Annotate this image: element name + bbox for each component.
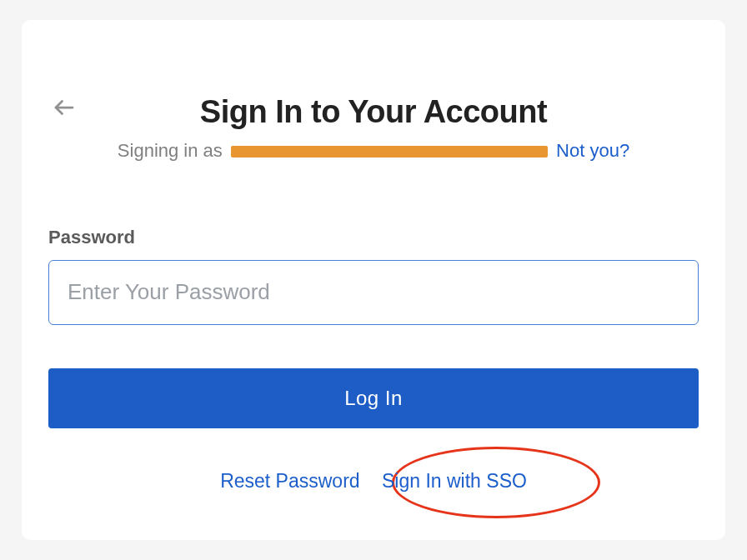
login-button[interactable]: Log In <box>48 368 699 428</box>
sign-in-sso-link[interactable]: Sign In with SSO <box>382 470 527 492</box>
password-form: Password Log In Reset Password Sign In w… <box>48 227 699 492</box>
not-you-link[interactable]: Not you? <box>556 140 629 161</box>
reset-password-link[interactable]: Reset Password <box>220 470 359 492</box>
password-label: Password <box>48 227 699 248</box>
page-title: Sign In to Your Account <box>48 95 699 130</box>
signing-in-as-label: Signing in as <box>118 140 223 161</box>
redacted-email <box>231 146 548 158</box>
password-field[interactable] <box>48 260 699 325</box>
signing-in-as-line: Signing in as Not you? <box>48 140 699 162</box>
signin-card: Sign In to Your Account Signing in as No… <box>22 20 725 540</box>
signin-header: Sign In to Your Account <box>48 95 699 130</box>
back-arrow-icon[interactable] <box>52 95 77 120</box>
secondary-links: Reset Password Sign In with SSO <box>48 470 699 492</box>
